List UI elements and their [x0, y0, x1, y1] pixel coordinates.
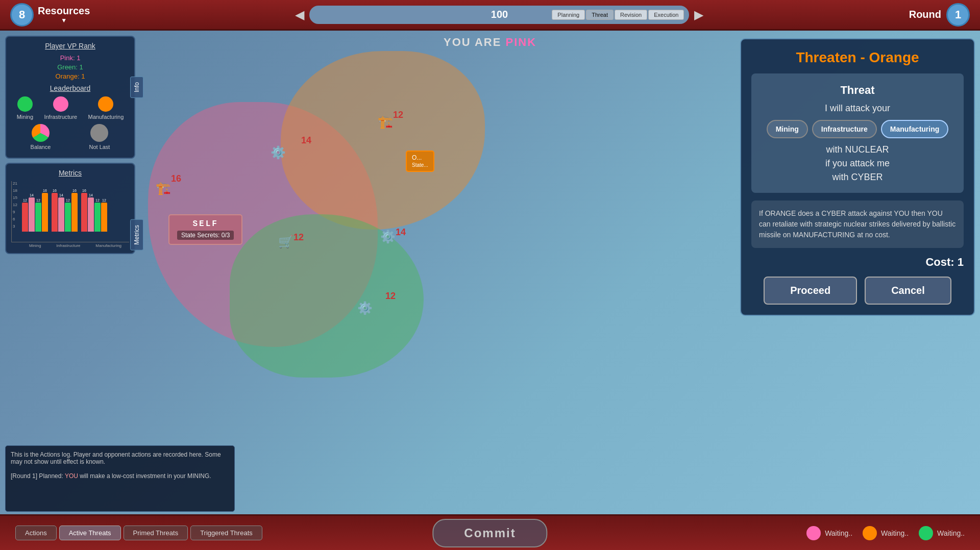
y-label-21: 21 [13, 181, 17, 186]
resources-dropdown-arrow[interactable]: ▼ [38, 17, 90, 24]
threaten-prefix: Threaten - [796, 49, 869, 65]
player-vp-title: Player VP Rank [11, 42, 129, 50]
mining-bar-4: 16 [42, 189, 48, 232]
orange-dot [863, 526, 877, 540]
green-waiting-label: Waiting.. [937, 529, 965, 537]
cost-line: Cost: 1 [751, 256, 964, 269]
threaten-title: Threaten - Orange [751, 49, 964, 66]
mining-bar-group: 12 14 12 16 [22, 189, 48, 232]
map-num-2: 16 [171, 173, 181, 184]
cyber-text: with CYBER [762, 172, 953, 183]
mining-circle [17, 96, 33, 112]
infra-bar-1: 16 [52, 189, 58, 232]
leaderboard-section: Leaderboard Mining Infrastructure Manufa… [11, 84, 129, 150]
self-box: SELF State Secrets: 0/3 [168, 214, 242, 245]
manuf-bar-4: 12 [101, 198, 107, 232]
if-attack-text: if you attack me [762, 158, 953, 169]
manuf-bar-1: 16 [81, 189, 87, 232]
phase-revision[interactable]: Revision [615, 10, 647, 20]
resources-badge: 8 [10, 3, 34, 27]
metrics-chart-container: 21 18 15 12 9 6 3 12 14 [11, 181, 129, 248]
infra-bar-4: 16 [71, 189, 78, 232]
leaderboard-row-labels: Mining Infrastructure Manufacturing [11, 96, 129, 120]
progress-bar: 100 Planning Threat Revision Execution [309, 6, 689, 24]
round-label: Round [909, 9, 941, 20]
leaderboard-infrastructure: Infrastructure [44, 96, 77, 120]
mining-bar-2: 14 [29, 193, 35, 232]
resources-info: Resources ▼ [38, 5, 90, 24]
leaderboard-row-scores: Balance Not Last [11, 124, 129, 150]
log-text-2: [Round 1] Planned: YOU will make a low-c… [11, 472, 229, 480]
vp-rank-green: Green: 1 [11, 63, 129, 71]
phase-execution[interactable]: Execution [648, 10, 684, 20]
progress-prev-arrow[interactable]: ◀ [295, 8, 304, 22]
log-box: This is the Actions log. Player and oppo… [5, 445, 235, 512]
commit-button[interactable]: Commit [432, 519, 547, 547]
cancel-button[interactable]: Cancel [865, 277, 951, 305]
map-num-1: 14 [301, 135, 311, 146]
tab-actions[interactable]: Actions [15, 526, 57, 540]
leaderboard-manufacturing: Manufacturing [88, 96, 124, 120]
mining-bar-3: 12 [35, 198, 41, 232]
leaderboard-title: Leaderboard [11, 84, 129, 92]
not-last-label: Not Last [89, 144, 110, 150]
threat-box: Threat I will attack your Mining Infrast… [751, 73, 964, 193]
orange-waiting-label: Waiting.. [881, 529, 909, 537]
infra-label: Infrastructure [44, 114, 77, 120]
info-side-tab[interactable]: Info [130, 77, 143, 98]
metrics-side-tab[interactable]: Metrics [130, 219, 143, 251]
infra-bar-group: 16 14 12 16 [52, 189, 78, 232]
left-panel: Player VP Rank Pink: 1 Green: 1 Orange: … [5, 36, 135, 254]
will-attack-text: I will attack your [762, 103, 953, 114]
mining-attack-btn[interactable]: Mining [767, 120, 808, 138]
manuf-label: Manufacturing [88, 114, 124, 120]
building-icon-pink: 🏗️ [156, 181, 171, 195]
building-icon-orange: 🏗️ [378, 115, 393, 129]
state-label-orange: State... [412, 162, 428, 168]
x-label-manufacturing: Manufacturing [95, 243, 121, 248]
y-label-18: 18 [13, 188, 17, 193]
gear-icon-green: ⚙️ [380, 230, 396, 244]
y-label-15: 15 [13, 195, 17, 200]
tab-primed-threats[interactable]: Primed Threats [124, 526, 188, 540]
tab-active-threats[interactable]: Active Threats [59, 526, 121, 540]
vp-rank-pink: Pink: 1 [11, 54, 129, 62]
resources-value: 8 [19, 8, 25, 21]
round-badge: 1 [946, 3, 970, 27]
map-num-6: 12 [385, 291, 396, 302]
map-num-4: 12 [393, 110, 403, 120]
bottom-tabs: Actions Active Threats Primed Threats Tr… [15, 526, 262, 540]
infrastructure-attack-btn[interactable]: Infrastructure [812, 120, 877, 138]
manuf-bar-2: 14 [88, 193, 94, 232]
manuf-bar-group: 16 14 12 12 [81, 189, 107, 232]
threat-header: Threat [762, 84, 953, 97]
map-num-3: 12 [293, 232, 304, 243]
progress-section: ◀ 100 Planning Threat Revision Execution… [295, 6, 703, 24]
player-vp-card: Player VP Rank Pink: 1 Green: 1 Orange: … [5, 36, 135, 159]
phase-tabs: Planning Threat Revision Execution [552, 10, 684, 20]
progress-next-arrow[interactable]: ▶ [694, 8, 703, 22]
phase-planning[interactable]: Planning [552, 10, 585, 20]
x-label-infrastructure: Infrastructure [56, 243, 80, 248]
orange-map-label: O... [412, 154, 422, 161]
progress-value: 100 [491, 9, 508, 20]
waiting-orange: Waiting.. [863, 526, 909, 540]
tab-triggered-threats[interactable]: Triggered Threats [190, 526, 262, 540]
log-text-1: This is the Actions log. Player and oppo… [11, 451, 229, 465]
phase-threat[interactable]: Threat [586, 10, 614, 20]
state-secrets: State Secrets: 0/3 [177, 231, 234, 240]
mining-bar-1: 12 [22, 198, 28, 232]
balance-col: Balance [31, 124, 51, 150]
explanation-box: If ORANGE does a CYBER attack against YO… [751, 201, 964, 248]
balance-label: Balance [31, 144, 51, 150]
action-buttons: Proceed Cancel [751, 277, 964, 305]
x-label-mining: Mining [29, 243, 41, 248]
player-color: PINK [505, 36, 536, 48]
self-label: SELF [177, 219, 234, 229]
leaderboard-mining: Mining [17, 96, 33, 120]
not-last-circle [90, 124, 108, 142]
green-dot [919, 526, 933, 540]
proceed-button[interactable]: Proceed [764, 277, 857, 305]
manufacturing-attack-btn[interactable]: Manufacturing [881, 120, 948, 138]
mining-label: Mining [17, 114, 33, 120]
